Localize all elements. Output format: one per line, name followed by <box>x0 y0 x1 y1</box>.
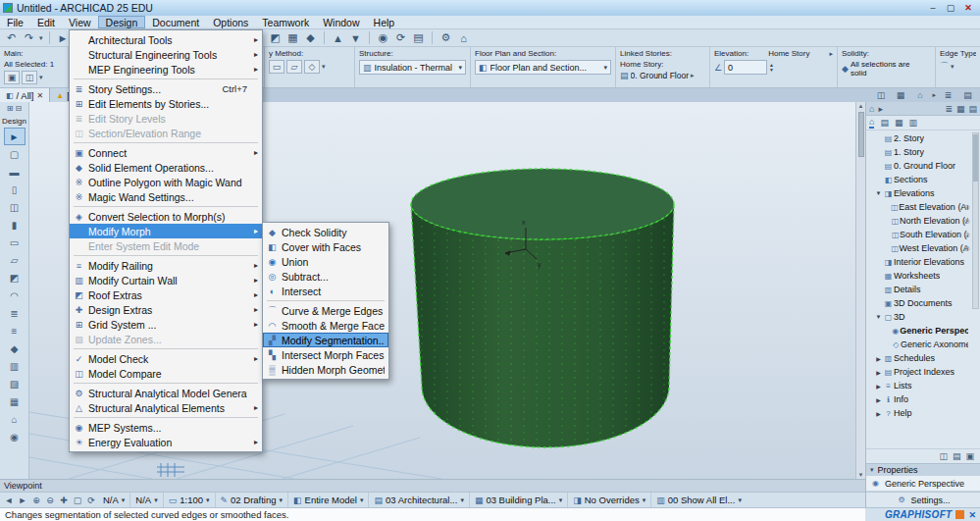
project-map-icon[interactable]: ≣ <box>941 90 955 100</box>
tree-item-worksheets[interactable]: ▦Worksheets <box>866 269 980 283</box>
model-views-icon[interactable]: ◫ <box>873 90 888 100</box>
tree-item-south-elevation[interactable]: ◫South Elevation (Au...⊘ <box>866 228 980 241</box>
elevation-spinner[interactable]: ▲▼ <box>769 63 774 73</box>
tree-item-east-elevation[interactable]: ◫East Elevation (Auto-...⊘ <box>866 200 980 214</box>
chevron-right-icon[interactable]: ▸ <box>932 91 936 99</box>
morph-tool[interactable]: ◆ <box>4 339 26 357</box>
story-up-icon[interactable]: ▲ <box>331 32 345 44</box>
submenu-item-curve-merge-edges[interactable]: ⌒Curve & Merge Edges <box>263 303 388 318</box>
layers-icon[interactable]: ▤ <box>411 31 426 44</box>
view-map-icon[interactable]: ▤ <box>880 118 889 128</box>
new-folder-icon[interactable]: ▤ <box>953 451 961 461</box>
menu-item-mep-systems[interactable]: ◉MEP Systems... <box>70 420 262 435</box>
properties-header[interactable]: ▾ Properties <box>866 463 980 476</box>
home-story-arrow-icon[interactable]: ▸ <box>691 72 695 79</box>
menu-item-connect[interactable]: ▣Connect▸ <box>70 145 262 160</box>
geometry-rotated-icon[interactable]: ◇ <box>304 60 320 74</box>
pan-icon[interactable]: ✚ <box>57 495 71 505</box>
submenu-item-subtract[interactable]: ◎Subtract... <box>263 269 388 284</box>
floor-plan-dropdown[interactable]: ◧ Floor Plan and Section... ▾ <box>475 60 611 75</box>
beam-tool[interactable]: ▭ <box>4 234 26 251</box>
renovation-filter-dropdown[interactable]: ▥00 Show All El...▾ <box>651 493 747 507</box>
palette-close-icon[interactable]: ⊟ <box>16 104 23 113</box>
menu-item-structural-analytical-rules[interactable]: ⚙Structural Analytical Model Generation … <box>70 386 262 400</box>
morph-tool-icon[interactable]: ◆ <box>303 31 318 44</box>
dropdown-na-2[interactable]: N/A▾ <box>130 493 163 507</box>
tree-item-sections[interactable]: ◧Sections <box>866 173 980 186</box>
roof-tool-icon[interactable]: ◩ <box>268 31 283 44</box>
menu-item-story-settings[interactable]: ≣Story Settings...Ctrl+7 <box>70 81 262 96</box>
favorites-icon[interactable]: ◫ <box>22 71 37 84</box>
home-icon[interactable]: ⌂ <box>912 90 927 100</box>
close-button[interactable]: ✕ <box>959 2 977 15</box>
tree-item-help[interactable]: ▶?Help <box>866 406 980 420</box>
layer-combination-dropdown[interactable]: ▤03 Architectural...▾ <box>369 493 469 507</box>
undo-icon[interactable]: ↶ <box>4 31 19 44</box>
submenu-item-modify-segmentation[interactable]: ▞Modify Segmentation... <box>263 333 388 347</box>
menu-item-design-extras[interactable]: ✚Design Extras▸ <box>70 302 262 317</box>
column-tool[interactable]: ▮ <box>4 216 26 234</box>
cylinder-top-face[interactable] <box>411 169 674 239</box>
roof-tool[interactable]: ◩ <box>4 269 26 287</box>
menu-item-energy-evaluation[interactable]: ☀Energy Evaluation▸ <box>70 435 262 449</box>
grid-view-icon[interactable]: ▦ <box>956 104 965 114</box>
menu-item-grid-system[interactable]: ⊞Grid System ...▸ <box>70 317 262 332</box>
submenu-item-intersect-morph-faces[interactable]: ▚Intersect Morph Faces <box>263 347 388 362</box>
palette-dock-icon[interactable]: ⊞ <box>7 104 14 113</box>
elevation-home-story[interactable]: Home Story <box>768 49 809 58</box>
menu-item-modify-railing[interactable]: ≡Modify Railing▸ <box>70 258 262 273</box>
scroll-up-icon[interactable]: ▲ <box>858 102 864 110</box>
arrow-tool[interactable]: ► <box>4 128 26 145</box>
minimize-button[interactable]: – <box>924 2 942 15</box>
delete-item-icon[interactable]: ▣ <box>965 451 974 461</box>
pen-set-dropdown[interactable]: ✎02 Drafting▾ <box>216 493 289 507</box>
panel-options-icon[interactable]: ▤ <box>968 104 977 114</box>
zone-tool[interactable]: ▨ <box>4 375 26 392</box>
menu-item-convert-selection-to-morph[interactable]: ◈Convert Selection to Morph(s) <box>70 209 262 224</box>
tree-item-lists[interactable]: ▶≡Lists <box>866 379 980 392</box>
menu-window[interactable]: Window <box>316 16 366 28</box>
tree-item-project-indexes[interactable]: ▶▤Project Indexes <box>866 365 980 379</box>
wall-tool[interactable]: ▬ <box>4 163 26 181</box>
graphic-override-dropdown[interactable]: ◨No Overrides▾ <box>568 493 651 507</box>
menu-teamwork[interactable]: Teamwork <box>255 16 316 28</box>
structure-display-dropdown[interactable]: ◧Entire Model▾ <box>288 493 369 507</box>
menu-item-outline-polygon-magic-wand[interactable]: ※Outline Polygon with Magic Wand <box>70 175 262 189</box>
tree-item-details[interactable]: ▥Details <box>866 283 980 296</box>
menu-item-architectural-tools[interactable]: Architectural Tools▸ <box>70 32 262 47</box>
redo-icon[interactable]: ↷ <box>22 31 36 44</box>
notification-icon[interactable] <box>955 510 964 519</box>
submenu-item-hidden-morph-geometry[interactable]: ▒Hidden Morph Geometry <box>263 362 388 377</box>
tree-item-ground-floor[interactable]: ▤0. Ground Floor <box>866 159 980 173</box>
marquee-tool[interactable]: ▢ <box>4 145 26 163</box>
zoom-out-icon[interactable]: ⊖ <box>43 495 57 505</box>
submenu-item-intersect[interactable]: ◐Intersect <box>263 284 388 298</box>
settings-dialog-icon[interactable]: ▣ <box>4 71 20 84</box>
expand-arrow-icon[interactable]: ▼ <box>874 314 883 320</box>
menu-item-solid-element-operations[interactable]: ◆Solid Element Operations... <box>70 160 262 175</box>
undo-dropdown-icon[interactable]: ▾ <box>39 34 43 42</box>
menu-item-modify-curtain-wall[interactable]: ▥Modify Curtain Wall▸ <box>70 273 262 287</box>
submenu-item-cover-with-faces[interactable]: ◧Cover with Faces <box>263 239 388 254</box>
story-down-icon[interactable]: ▼ <box>348 32 363 44</box>
settings-gear-icon[interactable]: ⚙ <box>438 31 453 44</box>
tree-item-west-elevation[interactable]: ◫West Elevation (Auto...⊘ <box>866 241 980 255</box>
menu-options[interactable]: Options <box>206 16 255 28</box>
collapse-arrow-icon[interactable]: ▶ <box>874 369 883 376</box>
scale-dropdown[interactable]: ▭1:100▾ <box>164 493 216 507</box>
close-panel-icon[interactable]: ✕ <box>968 510 976 520</box>
view-map-icon[interactable]: ▤ <box>960 90 975 100</box>
tree-item-schedules[interactable]: ▶▥Schedules <box>866 351 980 365</box>
door-tool[interactable]: ▯ <box>4 181 26 198</box>
tree-item-story-1[interactable]: ▤1. Story <box>866 145 980 159</box>
navigator-scrollbar[interactable] <box>972 132 979 309</box>
tree-item-elevations[interactable]: ▼◨Elevations <box>866 186 980 200</box>
camera-icon[interactable]: ◉ <box>376 31 390 44</box>
layout-book-icon[interactable]: ▦ <box>893 90 907 100</box>
menu-item-mep-engineering-tools[interactable]: MEP Engineering Tools▸ <box>70 62 262 77</box>
orbit-icon[interactable]: ⟳ <box>84 495 98 505</box>
navigator-home-icon[interactable]: ⌂ <box>869 104 874 114</box>
tree-item-3d-documents[interactable]: ▣3D Documents <box>866 296 980 310</box>
publisher-icon[interactable]: ▥ <box>908 118 917 128</box>
geometry-dropdown-icon[interactable]: ▾ <box>322 63 326 71</box>
